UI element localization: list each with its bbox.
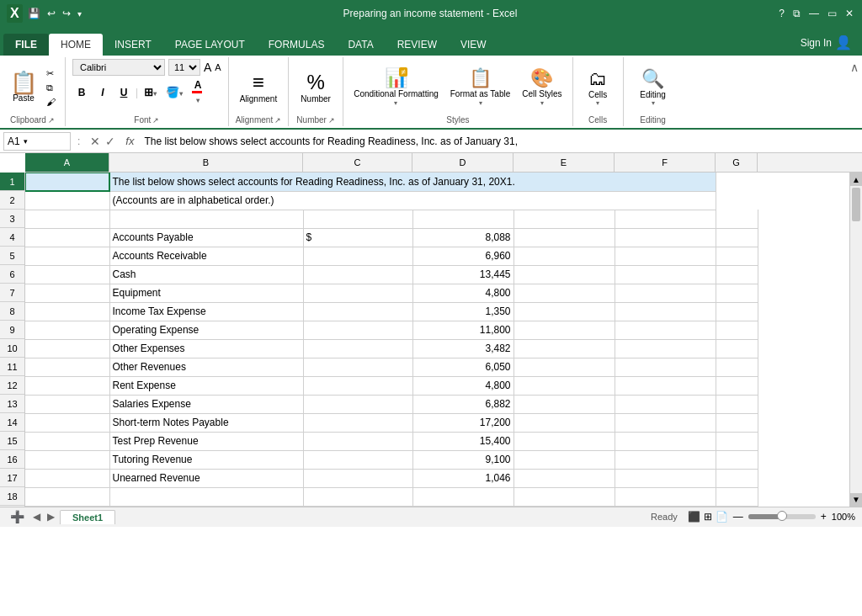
cell-b18[interactable] bbox=[109, 487, 303, 506]
col-header-b[interactable]: B bbox=[109, 153, 303, 172]
alignment-button[interactable]: ≡ Alignment bbox=[237, 67, 280, 107]
cell-c3[interactable] bbox=[303, 210, 412, 228]
cell-d10[interactable]: 3,482 bbox=[412, 339, 513, 358]
tab-insert[interactable]: INSERT bbox=[103, 34, 163, 56]
customize-icon[interactable]: ▾ bbox=[76, 8, 83, 20]
cell-e14[interactable] bbox=[513, 413, 615, 432]
cell-d5[interactable]: 6,960 bbox=[412, 247, 513, 265]
cell-a4[interactable] bbox=[25, 228, 109, 247]
cell-f15[interactable] bbox=[615, 432, 716, 450]
cell-d8[interactable]: 1,350 bbox=[412, 302, 513, 321]
cell-g8[interactable] bbox=[716, 302, 758, 321]
cell-f12[interactable] bbox=[615, 376, 716, 395]
cell-f18[interactable] bbox=[615, 487, 716, 506]
row-num-14[interactable]: 14 bbox=[0, 413, 24, 432]
scroll-up-button[interactable]: ▲ bbox=[850, 173, 862, 186]
cell-g14[interactable] bbox=[716, 413, 758, 432]
cell-d11[interactable]: 6,050 bbox=[412, 358, 513, 376]
cell-a7[interactable] bbox=[25, 284, 109, 302]
cell-e15[interactable] bbox=[513, 432, 615, 450]
tab-formulas[interactable]: FORMULAS bbox=[257, 34, 337, 56]
row-num-4[interactable]: 4 bbox=[0, 228, 24, 247]
cell-f9[interactable] bbox=[615, 321, 716, 339]
col-header-a[interactable]: A bbox=[25, 153, 109, 172]
tab-view[interactable]: VIEW bbox=[449, 34, 498, 56]
help-icon[interactable]: ? bbox=[777, 6, 786, 21]
cell-c6[interactable] bbox=[303, 265, 412, 284]
font-color-button[interactable]: A ▾ bbox=[189, 78, 207, 106]
row-num-11[interactable]: 11 bbox=[0, 358, 24, 376]
cell-b16[interactable]: Tutoring Revenue bbox=[109, 450, 303, 469]
cell-f10[interactable] bbox=[615, 339, 716, 358]
cell-b9[interactable]: Operating Expense bbox=[109, 321, 303, 339]
row-num-1[interactable]: 1 bbox=[0, 173, 24, 191]
cell-e13[interactable] bbox=[513, 395, 615, 413]
cell-a14[interactable] bbox=[25, 413, 109, 432]
zoom-slider[interactable] bbox=[748, 514, 816, 519]
cell-c11[interactable] bbox=[303, 358, 412, 376]
row-num-12[interactable]: 12 bbox=[0, 376, 24, 395]
tab-data[interactable]: DATA bbox=[336, 34, 385, 56]
row-num-8[interactable]: 8 bbox=[0, 302, 24, 321]
font-size-select[interactable]: 11 bbox=[168, 59, 200, 76]
maximize-icon[interactable]: ▭ bbox=[826, 6, 838, 21]
tab-file[interactable]: FILE bbox=[3, 34, 49, 56]
cell-g15[interactable] bbox=[716, 432, 758, 450]
collapse-ribbon-button[interactable]: ∧ bbox=[847, 57, 862, 126]
cell-b13[interactable]: Salaries Expense bbox=[109, 395, 303, 413]
cell-ref-dropdown-icon[interactable]: ▾ bbox=[24, 137, 28, 146]
cell-f16[interactable] bbox=[615, 450, 716, 469]
minimize-icon[interactable]: — bbox=[807, 6, 821, 21]
cell-b11[interactable]: Other Revenues bbox=[109, 358, 303, 376]
row-num-3[interactable]: 3 bbox=[0, 210, 24, 228]
cell-b15[interactable]: Test Prep Revenue bbox=[109, 432, 303, 450]
cell-b4[interactable]: Accounts Payable bbox=[109, 228, 303, 247]
conditional-formatting-button[interactable]: ≠ 📊 Conditional Formatting ▾ bbox=[350, 66, 442, 109]
cell-d4[interactable]: 8,088 bbox=[412, 228, 513, 247]
cell-g9[interactable] bbox=[716, 321, 758, 339]
cell-e18[interactable] bbox=[513, 487, 615, 506]
tab-home[interactable]: HOME bbox=[49, 34, 103, 56]
cell-c4[interactable]: $ bbox=[303, 228, 412, 247]
cell-f3[interactable] bbox=[615, 210, 716, 228]
cell-c7[interactable] bbox=[303, 284, 412, 302]
row-num-15[interactable]: 15 bbox=[0, 432, 24, 450]
scroll-down-button[interactable]: ▼ bbox=[850, 493, 862, 507]
view-page-break-icon[interactable]: ⊞ bbox=[704, 511, 712, 523]
cell-b3[interactable] bbox=[109, 210, 303, 228]
tab-review[interactable]: REVIEW bbox=[386, 34, 449, 56]
sheet-nav-right[interactable]: ▶ bbox=[45, 511, 56, 523]
cell-c13[interactable] bbox=[303, 395, 412, 413]
fill-color-button[interactable]: 🪣▾ bbox=[162, 85, 186, 99]
row-num-10[interactable]: 10 bbox=[0, 339, 24, 358]
close-icon[interactable]: ✕ bbox=[843, 6, 855, 21]
cell-f13[interactable] bbox=[615, 395, 716, 413]
cell-g17[interactable] bbox=[716, 469, 758, 487]
cell-e10[interactable] bbox=[513, 339, 615, 358]
cell-g7[interactable] bbox=[716, 284, 758, 302]
increase-font-icon[interactable]: A bbox=[204, 61, 211, 74]
editing-button[interactable]: 🔍 Editing ▾ bbox=[636, 65, 669, 110]
cell-b12[interactable]: Rent Expense bbox=[109, 376, 303, 395]
cells-button[interactable]: 🗂 Cells ▾ bbox=[585, 65, 610, 110]
alignment-expand-icon[interactable]: ↗ bbox=[274, 116, 281, 125]
copy-button[interactable]: ⧉ bbox=[44, 82, 58, 94]
cell-g16[interactable] bbox=[716, 450, 758, 469]
cell-d15[interactable]: 15,400 bbox=[412, 432, 513, 450]
cell-e6[interactable] bbox=[513, 265, 615, 284]
row-num-18[interactable]: 18 bbox=[0, 487, 24, 506]
cell-b14[interactable]: Short-term Notes Payable bbox=[109, 413, 303, 432]
cell-a1[interactable] bbox=[25, 173, 109, 191]
cell-f11[interactable] bbox=[615, 358, 716, 376]
cell-g13[interactable] bbox=[716, 395, 758, 413]
cell-e17[interactable] bbox=[513, 469, 615, 487]
cell-a15[interactable] bbox=[25, 432, 109, 450]
cell-d16[interactable]: 9,100 bbox=[412, 450, 513, 469]
cell-c10[interactable] bbox=[303, 339, 412, 358]
cell-f5[interactable] bbox=[615, 247, 716, 265]
vertical-scrollbar[interactable]: ▲ ▼ bbox=[849, 173, 862, 507]
font-name-select[interactable]: Calibri bbox=[72, 59, 165, 76]
cut-button[interactable]: ✂ bbox=[44, 67, 58, 80]
cell-a17[interactable] bbox=[25, 469, 109, 487]
cell-b1[interactable]: The list below shows select accounts for… bbox=[109, 173, 716, 191]
